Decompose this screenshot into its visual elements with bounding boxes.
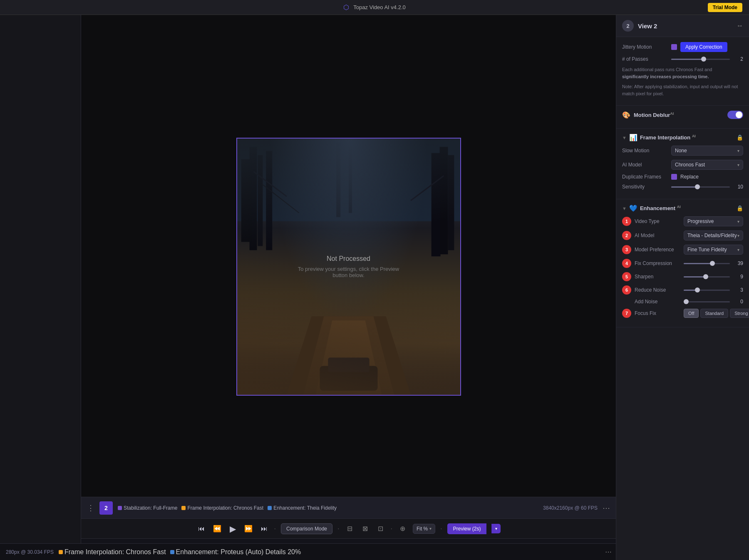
- passes-slider-track[interactable]: [671, 59, 730, 60]
- zoom-button[interactable]: ⊕: [397, 524, 408, 533]
- sensitivity-slider-track[interactable]: [671, 186, 730, 188]
- passes-row: # of Passes 2: [622, 56, 743, 62]
- enhancement-tag: Enhancement: Theia Fidelity: [268, 505, 337, 511]
- enhancement-header[interactable]: ▼ 💙 Enhancement AI 🔒: [622, 204, 743, 212]
- preview-container: Not Processed To preview your settings, …: [236, 138, 461, 396]
- enhancement-lock: 🔒: [737, 205, 743, 211]
- status-options-button[interactable]: ⋯: [605, 548, 612, 556]
- enhancement-title: Enhancement AI: [640, 205, 734, 211]
- sensitivity-slider-thumb[interactable]: [695, 184, 700, 189]
- preview-dropdown-button[interactable]: ▾: [491, 524, 501, 533]
- sensitivity-value: 10: [733, 184, 743, 190]
- fix-compression-value: 39: [733, 260, 743, 266]
- svg-marker-11: [303, 316, 394, 395]
- sensitivity-label: Sensitivity: [622, 184, 668, 190]
- enhancement-ai: AI: [677, 205, 681, 209]
- frame-interp-dot: [181, 506, 186, 510]
- fi-ai-model-dropdown[interactable]: Chronos Fast ▾: [671, 160, 743, 170]
- clip-menu-button[interactable]: ⋮: [87, 503, 94, 513]
- fi-ai-model-arrow: ▾: [737, 163, 739, 167]
- motion-deblur-row: 🎨 Motion DeblurAI: [622, 111, 743, 119]
- jittery-motion-label: Jittery Motion: [622, 44, 668, 50]
- enhancement-chevron: ▼: [622, 206, 627, 211]
- add-noise-slider-container: [684, 301, 730, 302]
- svg-rect-7: [431, 153, 440, 256]
- svg-rect-1: [249, 147, 257, 250]
- apply-correction-button[interactable]: Apply Correction: [680, 42, 727, 52]
- stabilization-dot: [118, 506, 122, 510]
- focus-fix-standard-button[interactable]: Standard: [700, 309, 728, 318]
- fix-compression-row: 4 Fix Compression 39: [622, 259, 743, 268]
- svg-rect-6: [448, 155, 454, 250]
- passes-note: Each additional pass runs Chronos Fast a…: [622, 66, 743, 80]
- right-panel: 2 View 2 ↔ Jittery Motion Apply Correcti…: [616, 15, 749, 560]
- status-resolution: 280px @ 30.034 FPS: [6, 549, 54, 555]
- separator1: ·: [274, 525, 276, 533]
- skip-to-start-button[interactable]: ⏮: [196, 523, 206, 534]
- enh-ai-model-arrow: ▾: [737, 233, 739, 238]
- reduce-noise-track[interactable]: [684, 290, 730, 291]
- view2-header: 2 View 2 ↔: [616, 15, 749, 37]
- svg-rect-4: [266, 151, 272, 250]
- frame-interpolation-header[interactable]: ▼ 📊 Frame Interpolation AI 🔒: [622, 134, 743, 141]
- step-back-button[interactable]: ⏪: [211, 523, 223, 534]
- sharpen-track[interactable]: [684, 276, 730, 278]
- left-sidebar: [0, 15, 81, 560]
- passes-slider-container: [671, 59, 730, 60]
- focus-fix-strong-button[interactable]: Strong: [730, 309, 749, 318]
- clip-info-bar: ⋮ 2 Stabilization: Full-Frame Frame Inte…: [81, 497, 616, 518]
- model-preference-dropdown[interactable]: Fine Tune Fidelity ▾: [684, 245, 743, 255]
- pip-layout-button[interactable]: ⊡: [375, 524, 386, 533]
- sensitivity-slider-container: [671, 186, 730, 188]
- passes-slider-fill: [671, 59, 704, 60]
- duplicate-frames-checkbox[interactable]: [671, 174, 677, 180]
- svg-rect-3: [241, 159, 251, 242]
- frame-interp-lock: 🔒: [737, 134, 743, 141]
- svg-rect-13: [320, 366, 377, 391]
- fix-compression-track[interactable]: [684, 263, 730, 264]
- badge-6: 6: [622, 285, 631, 295]
- motion-deblur-ai: AI: [670, 112, 674, 116]
- duplicate-frames-label: Duplicate Frames: [622, 174, 668, 180]
- preview-button[interactable]: Preview (2s): [447, 523, 487, 534]
- slow-motion-dropdown[interactable]: None ▾: [671, 146, 743, 156]
- skip-to-end-button[interactable]: ⏭: [259, 523, 269, 534]
- jittery-motion-section: Jittery Motion Apply Correction # of Pas…: [616, 37, 749, 106]
- frame-interpolation-section: ▼ 📊 Frame Interpolation AI 🔒 Slow Motion…: [616, 129, 749, 199]
- frame-interp-title: Frame Interpolation AI: [640, 134, 734, 141]
- playback-controls: ⏮ ⏪ ▶ ⏩ ⏭ · Comparison Mode · ⊟ ⊠ ⊡ · ⊕ …: [81, 519, 616, 539]
- fit-dropdown[interactable]: Fit % ▾: [413, 524, 435, 534]
- motion-deblur-toggle[interactable]: [727, 111, 743, 119]
- clip-options-button[interactable]: ⋯: [603, 503, 610, 513]
- reduce-noise-thumb[interactable]: [695, 287, 700, 292]
- badge-3: 3: [622, 245, 631, 254]
- passes-slider-thumb[interactable]: [701, 57, 706, 62]
- svg-rect-9: [349, 147, 352, 213]
- model-preference-label: Model Preference: [635, 247, 680, 253]
- jittery-motion-checkbox[interactable]: [671, 44, 677, 50]
- model-preference-row: 3 Model Preference Fine Tune Fidelity ▾: [622, 245, 743, 255]
- comparison-mode-button[interactable]: Comparison Mode: [281, 523, 332, 534]
- fix-compression-label: Fix Compression: [635, 260, 680, 266]
- app-title: ⬡ Topaz Video AI v4.2.0: [343, 3, 406, 11]
- step-forward-button[interactable]: ⏩: [243, 523, 254, 534]
- status-tags: Frame Interpolation: Chronos Fast Enhanc…: [59, 548, 301, 556]
- sensitivity-row: Sensitivity 10: [622, 184, 743, 190]
- split-layout-button[interactable]: ⊟: [345, 524, 355, 533]
- side-layout-button[interactable]: ⊠: [360, 524, 370, 533]
- trial-mode-button[interactable]: Trial Mode: [708, 3, 742, 12]
- fix-compression-thumb[interactable]: [710, 261, 715, 266]
- play-pause-button[interactable]: ▶: [228, 522, 238, 535]
- focus-fix-off-button[interactable]: Off: [684, 309, 699, 318]
- clip-number: 2: [99, 501, 113, 515]
- add-noise-thumb[interactable]: [684, 299, 689, 304]
- video-type-dropdown[interactable]: Progressive ▾: [684, 216, 743, 226]
- sharpen-thumb[interactable]: [703, 274, 708, 279]
- sensitivity-slider-fill: [671, 186, 697, 188]
- svg-line-15: [253, 171, 286, 196]
- enh-ai-model-dropdown[interactable]: Theia - Details/Fidelity ▾: [684, 230, 743, 240]
- view2-expand-button[interactable]: ↔: [737, 22, 743, 30]
- add-noise-track[interactable]: [684, 301, 730, 302]
- sharpen-slider-container: [684, 276, 730, 278]
- reduce-noise-row: 6 Reduce Noise 3: [622, 285, 743, 295]
